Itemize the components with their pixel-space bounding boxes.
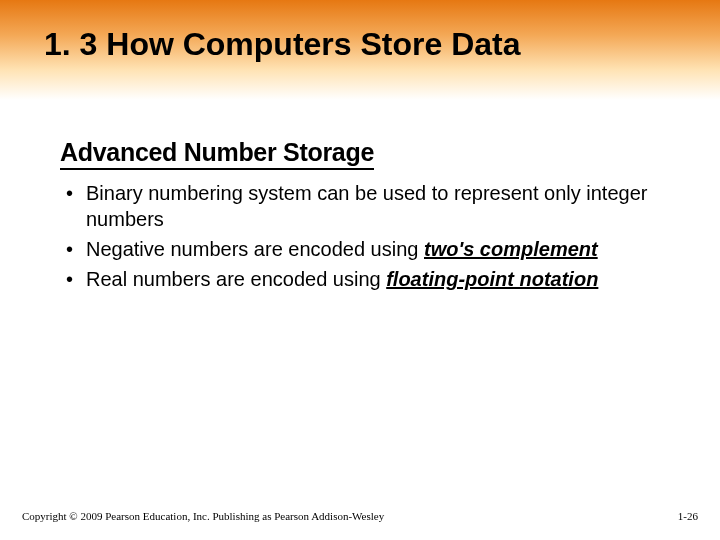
bullet-text: Negative numbers are encoded using: [86, 238, 424, 260]
bullet-text: Real numbers are encoded using: [86, 268, 386, 290]
bullet-item: Negative numbers are encoded using two's…: [66, 236, 660, 262]
bullet-text: Binary numbering system can be used to r…: [86, 182, 647, 230]
bullet-term: two's complement: [424, 238, 598, 260]
bullet-item: Binary numbering system can be used to r…: [66, 180, 660, 232]
section-subtitle: Advanced Number Storage: [60, 138, 374, 170]
content-area: Advanced Number Storage Binary numbering…: [60, 138, 660, 296]
slide-title: 1. 3 How Computers Store Data: [44, 26, 521, 63]
page-number: 1-26: [678, 510, 698, 522]
footer: Copyright © 2009 Pearson Education, Inc.…: [22, 510, 698, 522]
bullet-term: floating-point notation: [386, 268, 598, 290]
bullet-item: Real numbers are encoded using floating-…: [66, 266, 660, 292]
copyright-text: Copyright © 2009 Pearson Education, Inc.…: [22, 510, 384, 522]
bullet-list: Binary numbering system can be used to r…: [66, 180, 660, 292]
